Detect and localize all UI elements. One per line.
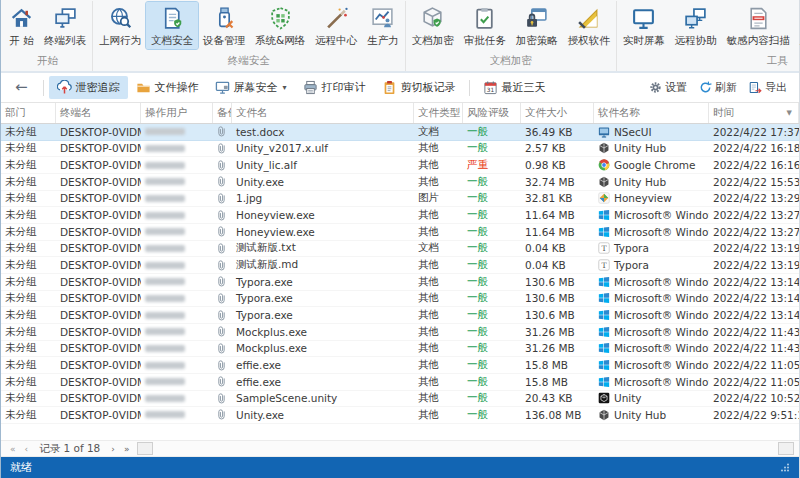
cell-time: 2022/4/22 11:05:43 [709,374,799,390]
ribbon-item-doc-encrypt[interactable]: 文档加密 [407,2,459,49]
ribbon-item-sensitive-scan[interactable]: 敏感内容扫描 [722,2,795,49]
svg-text:T: T [601,261,607,270]
pager-first-button[interactable]: « [6,444,20,454]
column-header-dept[interactable]: 部门 [1,103,56,123]
table-row[interactable]: 未分组DESKTOP-0VIDMDJ测试新版.txt文档一般0.04 KBTTy… [1,241,799,258]
toolbar-tab-print-audit[interactable]: 打印审计 [295,76,374,99]
paperclip-icon[interactable] [215,342,228,355]
table-row[interactable]: 未分组DESKTOP-0VIDMDJUnity_lic.alf其他严重0.98 … [1,157,799,174]
paperclip-icon[interactable] [215,175,228,188]
table-row[interactable]: 未分组DESKTOP-0VIDMDJHoneyview.exe其他一般11.64… [1,224,799,241]
risk-level-badge: 一般 [467,391,488,405]
cell-risk: 一般 [463,357,521,373]
column-header-file[interactable]: 文件名 [232,103,414,123]
toolbar-tab-screen-security[interactable]: 屏幕安全▾ [207,76,295,99]
print-audit-icon [303,80,318,95]
ribbon-item-library-template[interactable]: 库&模板 [795,2,800,49]
paperclip-icon[interactable] [215,125,228,138]
table-row[interactable]: 未分组DESKTOP-0VIDMDJeffie.exe其他一般15.8 MBMi… [1,357,799,374]
cell-dept: 未分组 [1,191,56,207]
back-arrow-icon[interactable]: ← [7,78,38,98]
cell-text-file: test.docx [236,126,285,138]
table-row[interactable]: 未分组DESKTOP-0VIDMDJUnity.exe其他一般136.08 MB… [1,407,799,424]
table-row[interactable]: 未分组DESKTOP-0VIDMDJTypora.exe其他一般130.6 MB… [1,307,799,324]
column-header-time[interactable]: 时间▼ [709,103,799,123]
paperclip-icon[interactable] [215,275,228,288]
ribbon-item-home[interactable]: 开 始 [4,2,39,49]
cell-terminal: DESKTOP-0VIDMDJ [56,191,141,207]
toolbar-tab-file-operation[interactable]: 文件操作 [128,76,207,99]
record-time: 2022/4/22 13:14:06 [713,309,799,321]
column-header-terminal[interactable]: 终端名 [56,103,141,123]
date-filter-button[interactable]: 31最近三天 [475,76,554,99]
toolbar-tab-leak-trace[interactable]: 泄密追踪 [49,76,128,99]
cell-text-dept: 未分组 [5,325,37,339]
table-row[interactable]: 未分组DESKTOP-0VIDMDJeffie.exe其他一般15.8 MBMi… [1,374,799,391]
paperclip-icon[interactable] [215,242,228,255]
action-export[interactable]: 导出 [743,77,793,98]
paperclip-icon[interactable] [215,292,228,305]
column-header-user[interactable]: 操作用户 [141,103,213,123]
ribbon-item-licensed-software[interactable]: 授权软件 [563,2,615,49]
paperclip-icon[interactable] [215,192,228,205]
paperclip-icon[interactable] [215,225,228,238]
table-row[interactable]: 未分组DESKTOP-0VIDMDJTypora.exe其他一般130.6 MB… [1,291,799,308]
record-time: 2022/4/22 13:14:44 [713,276,799,288]
ribbon-item-doc-security[interactable]: 文档安全 [146,2,198,49]
ribbon-item-remote-assist[interactable]: 远程协助 [670,2,722,49]
ribbon-item-web-behavior[interactable]: 上网行为 [94,2,146,49]
action-settings[interactable]: 设置 [643,77,693,98]
software-name: Unity [614,392,642,404]
paperclip-icon[interactable] [215,408,228,421]
ribbon-item-encrypt-policy[interactable]: 加密策略 [511,2,563,49]
cell-time: 2022/4/22 17:37:18… [709,124,799,140]
table-row[interactable]: 未分组DESKTOP-0VIDMDJ1.jpg图片一般32.81 KBHoney… [1,191,799,208]
paperclip-icon[interactable] [215,209,228,222]
cell-type: 其他 [414,274,463,290]
cell-text-dept: 未分组 [5,241,37,255]
cell-type: 其他 [414,257,463,273]
table-row[interactable]: 未分组DESKTOP-0VIDMDJMockplus.exe其他一般31.26 … [1,324,799,341]
pager-next-button[interactable]: › [107,444,119,454]
paperclip-icon[interactable] [215,392,228,405]
ribbon-item-device-manage[interactable]: 设备管理 [198,2,250,49]
table-row[interactable]: 未分组DESKTOP-0VIDMDJHoneyview.exe其他一般11.64… [1,207,799,224]
table-row[interactable]: 未分组DESKTOP-0VIDMDJtest.docx文档一般36.49 KBN… [1,124,799,141]
paperclip-icon[interactable] [215,142,228,155]
column-header-size[interactable]: 文件大小 [521,103,594,123]
pager-prev-button[interactable]: ‹ [21,444,33,454]
ribbon-item-productivity[interactable]: 生产力 [362,2,404,49]
paperclip-icon[interactable] [215,309,228,322]
paperclip-icon[interactable] [215,359,228,372]
paperclip-icon[interactable] [215,159,228,172]
pager-page-size-box[interactable] [137,442,153,455]
paperclip-icon[interactable] [215,375,228,388]
paperclip-icon[interactable] [215,325,228,338]
pager-last-button[interactable]: » [120,444,134,454]
column-header-risk[interactable]: 风险评级 [463,103,521,123]
terminal-list-icon [53,6,78,31]
ribbon-group: 开 始终端列表开始 [3,1,93,71]
software-name: Microsoft® Windows® Oper... [614,376,709,388]
ribbon-item-approval-task[interactable]: 审批任务 [459,2,511,49]
ribbon-item-terminal-list[interactable]: 终端列表 [39,2,91,49]
ribbon-item-remote-center[interactable]: 远程中心 [310,2,362,49]
column-header-app[interactable]: 软件名称 [594,103,709,123]
ribbon-item-live-screen[interactable]: 实时屏幕 [618,2,670,49]
record-time: 2022/4/22 16:18:03 [713,142,799,154]
toolbar-tab-clipboard-record[interactable]: 剪切板记录 [374,76,464,99]
paperclip-icon[interactable] [215,259,228,272]
table-row[interactable]: 未分组DESKTOP-0VIDMDJSampleScene.unity其他一般2… [1,391,799,408]
table-row[interactable]: 未分组DESKTOP-0VIDMDJTypora.exe其他一般130.6 MB… [1,274,799,291]
table-row[interactable]: 未分组DESKTOP-0VIDMDJMockplus.exe其他一般31.26 … [1,341,799,358]
software-name: Typora [614,242,649,254]
table-row[interactable]: 未分组DESKTOP-0VIDMDJUnity_v2017.x.ulf其他一般2… [1,141,799,158]
column-header-type[interactable]: 文件类型 [414,103,463,123]
cell-risk: 一般 [463,174,521,190]
table-row[interactable]: 未分组DESKTOP-0VIDMDJ测试新版.md其他一般0.04 KBTTyp… [1,257,799,274]
column-header-backup[interactable]: 备份 [213,103,232,123]
ribbon-item-system-network[interactable]: 系统&网络 [250,2,310,49]
table-row[interactable]: 未分组DESKTOP-0VIDMDJUnity.exe其他一般32.74 MBU… [1,174,799,191]
filter-arrow-icon[interactable]: ▼ [787,109,794,117]
action-refresh[interactable]: 刷新 [693,77,743,98]
